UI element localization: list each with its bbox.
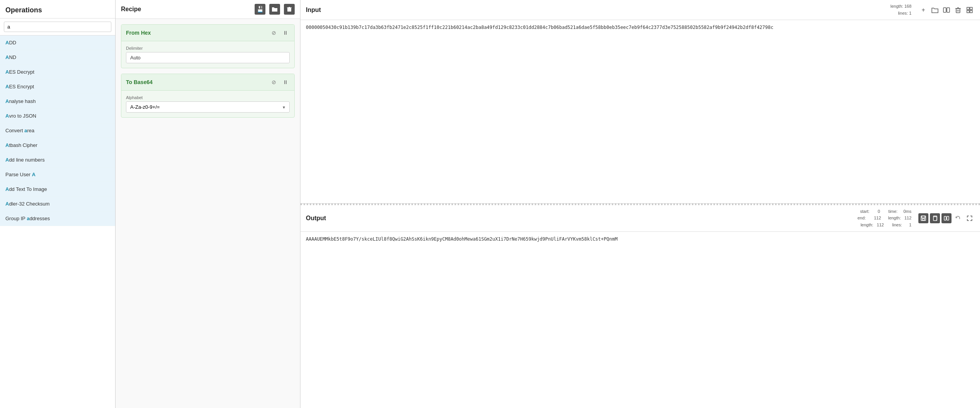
input-delete-button[interactable] [953,5,963,15]
recipe-body: From Hex ⊘ ⏸ DelimiterAuto To Base64 ⊘ ⏸… [116,19,300,408]
operation-item[interactable]: Analyse hash [0,94,115,109]
field-select-wrapper-to-base64: A-Za-z0-9+/=A-Za-z0-9-_=A-Za-z0-9-_ [126,101,290,113]
output-transfer-button[interactable] [941,213,951,223]
operation-item[interactable]: ADD [0,35,115,50]
recipe-card-pause-to-base64[interactable]: ⏸ [281,78,290,86]
operation-item[interactable]: AES Decrypt [0,65,115,79]
svg-rect-13 [922,216,925,218]
recipe-card-body-from-hex: DelimiterAuto [121,41,294,68]
output-section: Output start: 0 time: 0ms end: 112 lengt… [300,205,980,408]
operation-item[interactable]: AND [0,50,115,65]
recipe-card-body-to-base64: AlphabetA-Za-z0-9+/=A-Za-z0-9-_=A-Za-z0-… [121,91,294,117]
input-transfer-button[interactable] [941,5,951,15]
operation-item[interactable]: Avro to JSON [0,109,115,123]
output-end-label: end: [858,216,866,220]
recipe-card-actions-to-base64: ⊘ ⏸ [270,78,290,86]
input-length-label: length: [891,4,903,8]
output-end-value: 112 [874,216,881,220]
operation-item[interactable]: Adler-32 Checksum [0,197,115,211]
operation-item[interactable]: AES Encrypt [0,79,115,94]
recipe-open-button[interactable] [269,4,280,15]
field-label-from-hex: Delimiter [126,46,290,51]
search-input[interactable] [4,22,111,32]
output-start-value: 0 [878,209,880,214]
output-length-label: length: [888,216,901,220]
svg-rect-0 [287,8,291,12]
input-title: Input [306,7,891,13]
output-time-label: time: [888,209,898,214]
input-meta: length: 168 lines: 1 [891,3,911,17]
input-content[interactable]: 00000050430c91b139b7c17da3b63fb2471e2c85… [300,20,980,203]
field-select-to-base64[interactable]: A-Za-z0-9+/=A-Za-z0-9-_=A-Za-z0-9-_ [126,101,290,113]
svg-rect-17 [947,216,949,220]
operation-item[interactable]: Parse User A [0,167,115,182]
output-undo-button[interactable] [953,213,963,223]
output-save-button[interactable] [918,213,928,223]
svg-rect-16 [944,216,946,220]
operation-item[interactable]: Convert area [0,123,115,138]
recipe-panel: Recipe 💾 From Hex ⊘ ⏸ DelimiterAuto To B… [116,0,300,408]
recipe-card-title-from-hex: From Hex [126,30,270,36]
recipe-card-actions-from-hex: ⊘ ⏸ [270,29,290,37]
output-lines-value: 1 [909,223,911,227]
recipe-card-title-to-base64: To Base64 [126,79,270,85]
output-length2-value: 112 [877,223,884,227]
output-expand-button[interactable] [965,213,975,223]
output-copy-button[interactable] [930,213,940,223]
operations-search-container [0,19,115,35]
recipe-save-button[interactable]: 💾 [255,4,265,15]
input-add-button[interactable]: + [918,5,928,15]
output-length2-label: length: [861,223,873,227]
output-length-value: 112 [904,216,911,220]
recipe-card-disable-from-hex[interactable]: ⊘ [270,29,278,37]
operation-item[interactable]: Add line numbers [0,153,115,167]
field-label-to-base64: Alphabet [126,95,290,100]
input-open-button[interactable] [930,5,940,15]
svg-rect-10 [967,10,969,13]
recipe-card-header-to-base64: To Base64 ⊘ ⏸ [121,74,294,91]
operations-list: ADDANDAES DecryptAES EncryptAnalyse hash… [0,35,115,408]
output-meta: start: 0 time: 0ms end: 112 length: 112 … [858,208,911,229]
input-section: Input length: 168 lines: 1 + 00000050430… [300,0,980,204]
operation-item[interactable]: Atbash Cipher [0,138,115,153]
recipe-card-pause-from-hex[interactable]: ⏸ [281,29,290,37]
svg-rect-8 [967,7,969,10]
operations-title: Operations [0,0,115,19]
input-header: Input length: 168 lines: 1 + [300,0,980,20]
output-time-value: 0ms [903,209,911,214]
operation-item[interactable]: Add Text To Image [0,182,115,197]
output-title: Output [306,215,858,222]
operations-panel: Operations ADDANDAES DecryptAES EncryptA… [0,0,116,408]
recipe-card-header-from-hex: From Hex ⊘ ⏸ [121,25,294,41]
operation-item[interactable]: Group IP addresses [0,211,115,226]
recipe-card-to-base64: To Base64 ⊘ ⏸ AlphabetA-Za-z0-9+/=A-Za-z… [121,74,295,118]
right-panel: Input length: 168 lines: 1 + 00000050430… [300,0,980,408]
svg-rect-4 [947,8,950,12]
output-lines-label: lines: [892,223,902,227]
svg-rect-3 [943,8,946,12]
output-content: AAAAUEMMkbE5t8F9o7Y/skceLIUl8f8QwiG2AhSs… [300,232,980,408]
output-start-label: start: [860,209,869,214]
input-length-value: 168 [904,4,911,8]
input-grid-button[interactable] [965,5,975,15]
recipe-header: Recipe 💾 [116,0,300,19]
recipe-card-disable-to-base64[interactable]: ⊘ [270,78,278,86]
input-lines-label: lines: [898,11,908,15]
recipe-card-from-hex: From Hex ⊘ ⏸ DelimiterAuto [121,24,295,68]
recipe-title: Recipe [121,6,251,13]
svg-rect-5 [956,8,960,13]
svg-rect-14 [922,219,925,220]
svg-rect-9 [970,7,972,10]
svg-rect-11 [970,10,972,13]
input-lines-value: 1 [909,11,911,15]
recipe-delete-button[interactable] [284,4,295,15]
field-value-from-hex: Auto [126,52,290,63]
output-header: Output start: 0 time: 0ms end: 112 lengt… [300,205,980,232]
